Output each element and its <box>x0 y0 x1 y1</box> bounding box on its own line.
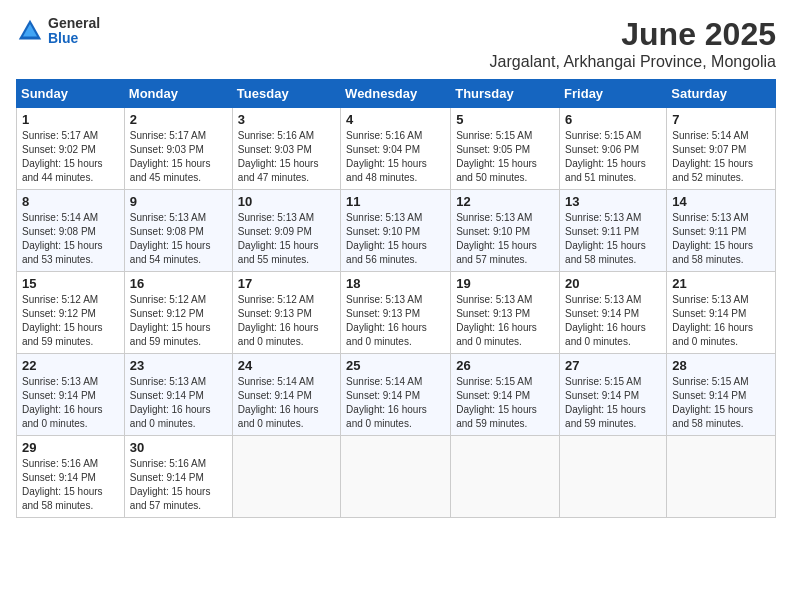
day-number: 9 <box>130 194 227 209</box>
day-info: Sunrise: 5:15 AM Sunset: 9:14 PM Dayligh… <box>565 375 661 431</box>
day-number: 18 <box>346 276 445 291</box>
table-row: 5 Sunrise: 5:15 AM Sunset: 9:05 PM Dayli… <box>451 108 560 190</box>
day-info: Sunrise: 5:16 AM Sunset: 9:03 PM Dayligh… <box>238 129 335 185</box>
calendar-week-row: 1 Sunrise: 5:17 AM Sunset: 9:02 PM Dayli… <box>17 108 776 190</box>
day-number: 10 <box>238 194 335 209</box>
day-info: Sunrise: 5:13 AM Sunset: 9:10 PM Dayligh… <box>346 211 445 267</box>
day-info: Sunrise: 5:15 AM Sunset: 9:14 PM Dayligh… <box>456 375 554 431</box>
day-info: Sunrise: 5:12 AM Sunset: 9:12 PM Dayligh… <box>22 293 119 349</box>
table-row: 19 Sunrise: 5:13 AM Sunset: 9:13 PM Dayl… <box>451 272 560 354</box>
page-container: General Blue June 2025 Jargalant, Arkhan… <box>16 16 776 518</box>
logo-icon <box>16 17 44 45</box>
table-row: 29 Sunrise: 5:16 AM Sunset: 9:14 PM Dayl… <box>17 436 125 518</box>
logo: General Blue <box>16 16 100 47</box>
table-row: 12 Sunrise: 5:13 AM Sunset: 9:10 PM Dayl… <box>451 190 560 272</box>
day-info: Sunrise: 5:14 AM Sunset: 9:14 PM Dayligh… <box>238 375 335 431</box>
table-row: 8 Sunrise: 5:14 AM Sunset: 9:08 PM Dayli… <box>17 190 125 272</box>
table-row: 15 Sunrise: 5:12 AM Sunset: 9:12 PM Dayl… <box>17 272 125 354</box>
calendar-header-row: Sunday Monday Tuesday Wednesday Thursday… <box>17 80 776 108</box>
day-info: Sunrise: 5:14 AM Sunset: 9:08 PM Dayligh… <box>22 211 119 267</box>
table-row <box>560 436 667 518</box>
table-row: 7 Sunrise: 5:14 AM Sunset: 9:07 PM Dayli… <box>667 108 776 190</box>
day-number: 1 <box>22 112 119 127</box>
day-info: Sunrise: 5:14 AM Sunset: 9:14 PM Dayligh… <box>346 375 445 431</box>
day-number: 19 <box>456 276 554 291</box>
day-number: 21 <box>672 276 770 291</box>
day-number: 29 <box>22 440 119 455</box>
day-number: 16 <box>130 276 227 291</box>
table-row <box>667 436 776 518</box>
day-number: 20 <box>565 276 661 291</box>
day-number: 25 <box>346 358 445 373</box>
calendar-table: Sunday Monday Tuesday Wednesday Thursday… <box>16 79 776 518</box>
header-saturday: Saturday <box>667 80 776 108</box>
day-info: Sunrise: 5:16 AM Sunset: 9:14 PM Dayligh… <box>130 457 227 513</box>
table-row <box>451 436 560 518</box>
day-info: Sunrise: 5:13 AM Sunset: 9:13 PM Dayligh… <box>346 293 445 349</box>
header-wednesday: Wednesday <box>341 80 451 108</box>
table-row: 14 Sunrise: 5:13 AM Sunset: 9:11 PM Dayl… <box>667 190 776 272</box>
day-number: 26 <box>456 358 554 373</box>
header-thursday: Thursday <box>451 80 560 108</box>
header-sunday: Sunday <box>17 80 125 108</box>
table-row: 20 Sunrise: 5:13 AM Sunset: 9:14 PM Dayl… <box>560 272 667 354</box>
table-row: 25 Sunrise: 5:14 AM Sunset: 9:14 PM Dayl… <box>341 354 451 436</box>
day-info: Sunrise: 5:17 AM Sunset: 9:03 PM Dayligh… <box>130 129 227 185</box>
table-row: 1 Sunrise: 5:17 AM Sunset: 9:02 PM Dayli… <box>17 108 125 190</box>
day-info: Sunrise: 5:13 AM Sunset: 9:08 PM Dayligh… <box>130 211 227 267</box>
table-row: 3 Sunrise: 5:16 AM Sunset: 9:03 PM Dayli… <box>232 108 340 190</box>
day-info: Sunrise: 5:14 AM Sunset: 9:07 PM Dayligh… <box>672 129 770 185</box>
table-row: 17 Sunrise: 5:12 AM Sunset: 9:13 PM Dayl… <box>232 272 340 354</box>
day-number: 8 <box>22 194 119 209</box>
logo-general-text: General <box>48 16 100 31</box>
day-info: Sunrise: 5:13 AM Sunset: 9:13 PM Dayligh… <box>456 293 554 349</box>
table-row: 2 Sunrise: 5:17 AM Sunset: 9:03 PM Dayli… <box>124 108 232 190</box>
day-info: Sunrise: 5:15 AM Sunset: 9:05 PM Dayligh… <box>456 129 554 185</box>
table-row: 13 Sunrise: 5:13 AM Sunset: 9:11 PM Dayl… <box>560 190 667 272</box>
day-info: Sunrise: 5:13 AM Sunset: 9:09 PM Dayligh… <box>238 211 335 267</box>
day-number: 30 <box>130 440 227 455</box>
table-row: 9 Sunrise: 5:13 AM Sunset: 9:08 PM Dayli… <box>124 190 232 272</box>
table-row: 22 Sunrise: 5:13 AM Sunset: 9:14 PM Dayl… <box>17 354 125 436</box>
day-number: 23 <box>130 358 227 373</box>
day-number: 24 <box>238 358 335 373</box>
table-row: 10 Sunrise: 5:13 AM Sunset: 9:09 PM Dayl… <box>232 190 340 272</box>
day-info: Sunrise: 5:13 AM Sunset: 9:14 PM Dayligh… <box>130 375 227 431</box>
table-row: 11 Sunrise: 5:13 AM Sunset: 9:10 PM Dayl… <box>341 190 451 272</box>
calendar-week-row: 8 Sunrise: 5:14 AM Sunset: 9:08 PM Dayli… <box>17 190 776 272</box>
day-number: 14 <box>672 194 770 209</box>
table-row: 26 Sunrise: 5:15 AM Sunset: 9:14 PM Dayl… <box>451 354 560 436</box>
day-info: Sunrise: 5:16 AM Sunset: 9:14 PM Dayligh… <box>22 457 119 513</box>
table-row: 23 Sunrise: 5:13 AM Sunset: 9:14 PM Dayl… <box>124 354 232 436</box>
day-number: 3 <box>238 112 335 127</box>
day-info: Sunrise: 5:13 AM Sunset: 9:11 PM Dayligh… <box>672 211 770 267</box>
table-row <box>232 436 340 518</box>
title-area: June 2025 Jargalant, Arkhangai Province,… <box>490 16 776 71</box>
day-info: Sunrise: 5:12 AM Sunset: 9:13 PM Dayligh… <box>238 293 335 349</box>
table-row: 16 Sunrise: 5:12 AM Sunset: 9:12 PM Dayl… <box>124 272 232 354</box>
calendar-week-row: 22 Sunrise: 5:13 AM Sunset: 9:14 PM Dayl… <box>17 354 776 436</box>
day-number: 2 <box>130 112 227 127</box>
header: General Blue June 2025 Jargalant, Arkhan… <box>16 16 776 71</box>
calendar-week-row: 29 Sunrise: 5:16 AM Sunset: 9:14 PM Dayl… <box>17 436 776 518</box>
header-monday: Monday <box>124 80 232 108</box>
day-info: Sunrise: 5:12 AM Sunset: 9:12 PM Dayligh… <box>130 293 227 349</box>
table-row: 28 Sunrise: 5:15 AM Sunset: 9:14 PM Dayl… <box>667 354 776 436</box>
day-info: Sunrise: 5:15 AM Sunset: 9:14 PM Dayligh… <box>672 375 770 431</box>
day-number: 27 <box>565 358 661 373</box>
day-info: Sunrise: 5:16 AM Sunset: 9:04 PM Dayligh… <box>346 129 445 185</box>
location-title: Jargalant, Arkhangai Province, Mongolia <box>490 53 776 71</box>
logo-blue-text: Blue <box>48 31 100 46</box>
day-info: Sunrise: 5:13 AM Sunset: 9:14 PM Dayligh… <box>22 375 119 431</box>
table-row: 24 Sunrise: 5:14 AM Sunset: 9:14 PM Dayl… <box>232 354 340 436</box>
day-number: 6 <box>565 112 661 127</box>
table-row: 4 Sunrise: 5:16 AM Sunset: 9:04 PM Dayli… <box>341 108 451 190</box>
day-info: Sunrise: 5:17 AM Sunset: 9:02 PM Dayligh… <box>22 129 119 185</box>
table-row <box>341 436 451 518</box>
day-number: 28 <box>672 358 770 373</box>
logo-text: General Blue <box>48 16 100 47</box>
day-number: 12 <box>456 194 554 209</box>
day-number: 11 <box>346 194 445 209</box>
day-number: 5 <box>456 112 554 127</box>
day-number: 4 <box>346 112 445 127</box>
